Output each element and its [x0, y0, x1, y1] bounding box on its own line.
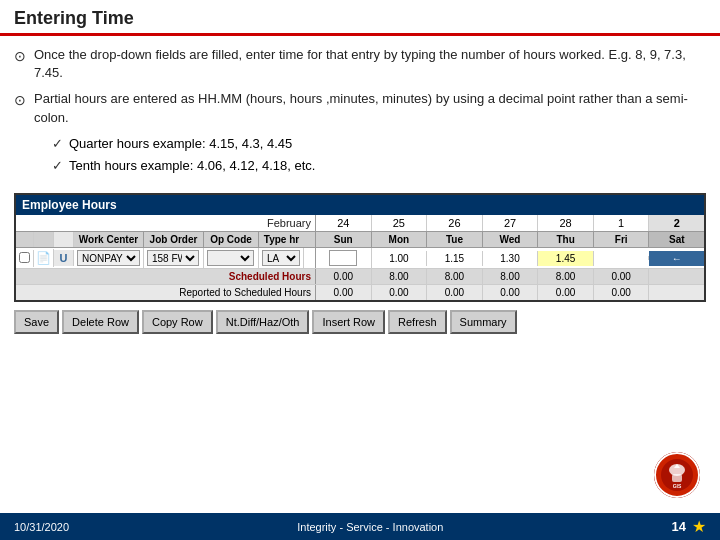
op-code-cell[interactable]: [204, 248, 259, 268]
save-button[interactable]: Save: [14, 310, 59, 334]
bullet-text-1: Once the drop-down fields are filled, en…: [34, 46, 706, 82]
check-symbol-2: ✓: [52, 157, 63, 175]
date-1: 1: [594, 215, 650, 231]
logo-circle: GIS: [651, 449, 703, 501]
bullet-2: ⊙ Partial hours are entered as HH.MM (ho…: [14, 90, 706, 126]
date-2: 2: [649, 215, 704, 231]
job-order-cell[interactable]: 158 FW: [144, 248, 204, 268]
day-thu: Thu: [538, 232, 594, 247]
day-sat: Sat: [649, 232, 704, 247]
sub-bullet-text-2: Tenth hours example: 4.06, 4.12, 4.18, e…: [69, 157, 315, 175]
star-icon: ★: [692, 517, 706, 536]
col-header-row: Work Center Job Order Op Code Type hr Su…: [16, 232, 704, 248]
rep-thu: 0.00: [538, 285, 594, 300]
col-header-right: Sun Mon Tue Wed Thu Fri Sat: [316, 232, 704, 247]
hr-thu: 1.45: [538, 251, 594, 266]
data-row-right: 1.00 1.15 1.30 1.45 ←: [316, 248, 704, 268]
day-fri: Fri: [594, 232, 650, 247]
svg-rect-4: [672, 474, 682, 482]
employee-hours-table: Employee Hours February 24 25 26 27 28 1…: [14, 193, 706, 302]
work-center-select[interactable]: NONPAY: [77, 250, 140, 266]
col-header-left: Work Center Job Order Op Code Type hr: [16, 232, 316, 247]
hr-mon: 1.00: [372, 251, 428, 266]
month-label: February: [16, 215, 316, 231]
day-mon: Mon: [372, 232, 428, 247]
job-order-hdr: Job Order: [144, 232, 204, 247]
chk-col-hdr: [16, 232, 34, 247]
delete-row-button[interactable]: Delete Row: [62, 310, 139, 334]
reported-values: 0.00 0.00 0.00 0.00 0.00 0.00: [316, 285, 704, 300]
day-tue: Tue: [427, 232, 483, 247]
data-row-1: 📄 U NONPAY 158 FW LA: [16, 248, 704, 269]
bullet-symbol-1: ⊙: [14, 47, 26, 67]
summary-button[interactable]: Summary: [450, 310, 517, 334]
nt-diff-button[interactable]: Nt.Diff/Haz/Oth: [216, 310, 310, 334]
rep-sun: 0.00: [316, 285, 372, 300]
job-order-select[interactable]: 158 FW: [147, 250, 199, 266]
page-footer: 10/31/2020 Integrity - Service - Innovat…: [0, 513, 720, 540]
bullet-1: ⊙ Once the drop-down fields are filled, …: [14, 46, 706, 82]
hr-input-sun[interactable]: [329, 250, 357, 266]
rep-sat: [649, 285, 704, 300]
rep-mon: 0.00: [372, 285, 428, 300]
icon2-col-hdr: [54, 232, 74, 247]
row-icon-2: U: [54, 250, 74, 266]
sub-bullets: ✓ Quarter hours example: 4.15, 4.3, 4.45…: [52, 135, 706, 175]
type-hr-cell[interactable]: LA: [259, 248, 304, 268]
logo-svg: GIS: [654, 452, 700, 498]
op-code-select[interactable]: [207, 250, 254, 266]
sched-fri: 0.00: [594, 269, 650, 284]
rep-wed: 0.00: [483, 285, 539, 300]
page-title: Entering Time: [14, 8, 134, 28]
date-27: 27: [483, 215, 539, 231]
data-row-left: 📄 U NONPAY 158 FW LA: [16, 248, 316, 268]
check-symbol-1: ✓: [52, 135, 63, 153]
refresh-button[interactable]: Refresh: [388, 310, 447, 334]
type-hr-select[interactable]: LA: [262, 250, 300, 266]
sched-wed: 8.00: [483, 269, 539, 284]
day-wed: Wed: [483, 232, 539, 247]
icon-col-hdr: [34, 232, 54, 247]
day-sun: Sun: [316, 232, 372, 247]
bullet-symbol-2: ⊙: [14, 91, 26, 111]
date-24: 24: [316, 215, 372, 231]
page-number: 14: [672, 519, 686, 534]
sub-bullet-2: ✓ Tenth hours example: 4.06, 4.12, 4.18,…: [52, 157, 706, 175]
checkbox-input[interactable]: [19, 252, 30, 263]
hr-fri: [594, 256, 650, 260]
row-checkbox[interactable]: [16, 250, 34, 267]
work-center-cell[interactable]: NONPAY: [74, 248, 144, 268]
reported-label: Reported to Scheduled Hours: [16, 285, 316, 300]
sched-tue: 8.00: [427, 269, 483, 284]
footer-right: 14 ★: [672, 517, 706, 536]
insert-row-button[interactable]: Insert Row: [312, 310, 385, 334]
row-icon-1: 📄: [34, 249, 54, 267]
hr-sun[interactable]: [316, 248, 372, 268]
month-date-row: February 24 25 26 27 28 1 2: [16, 215, 704, 232]
reported-row: Reported to Scheduled Hours 0.00 0.00 0.…: [16, 285, 704, 300]
hr-wed: 1.30: [483, 251, 539, 266]
rep-tue: 0.00: [427, 285, 483, 300]
sched-sun: 0.00: [316, 269, 372, 284]
copy-row-button[interactable]: Copy Row: [142, 310, 213, 334]
date-cells: 24 25 26 27 28 1 2: [316, 215, 704, 231]
table-header: Employee Hours: [16, 195, 704, 215]
logo-badge: GIS: [651, 449, 706, 504]
svg-text:GIS: GIS: [673, 483, 682, 489]
sub-bullet-1: ✓ Quarter hours example: 4.15, 4.3, 4.45: [52, 135, 706, 153]
date-25: 25: [372, 215, 428, 231]
date-26: 26: [427, 215, 483, 231]
type-hr-hdr: Type hr: [259, 232, 304, 247]
sub-bullet-text-1: Quarter hours example: 4.15, 4.3, 4.45: [69, 135, 292, 153]
sched-sat: [649, 269, 704, 284]
work-center-hdr: Work Center: [74, 232, 144, 247]
scheduled-values: 0.00 8.00 8.00 8.00 8.00 0.00: [316, 269, 704, 284]
footer-date: 10/31/2020: [14, 521, 69, 533]
hr-sat-arrow[interactable]: ←: [649, 251, 704, 266]
rep-fri: 0.00: [594, 285, 650, 300]
date-28: 28: [538, 215, 594, 231]
sched-mon: 8.00: [372, 269, 428, 284]
sched-thu: 8.00: [538, 269, 594, 284]
footer-tagline: Integrity - Service - Innovation: [69, 521, 671, 533]
bullet-text-2: Partial hours are entered as HH.MM (hour…: [34, 90, 706, 126]
